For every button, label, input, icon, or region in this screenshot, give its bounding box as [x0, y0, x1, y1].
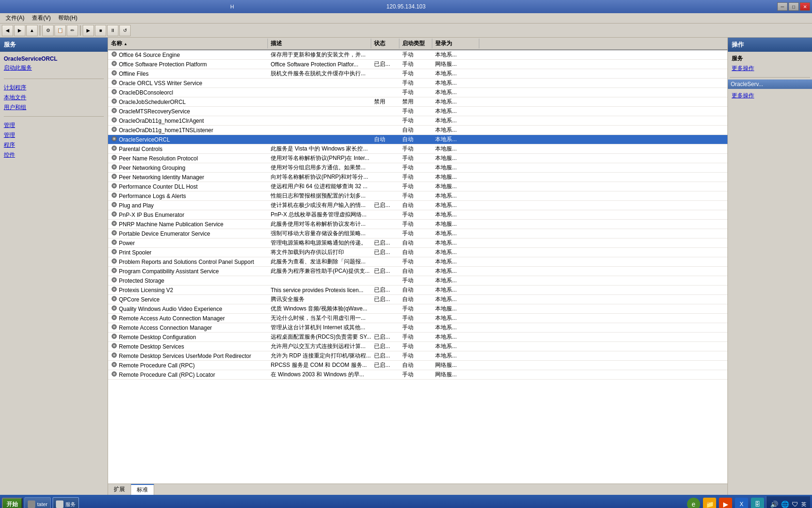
title-bar: H 120.95.134.103 ─ □ ✕ — [0, 0, 812, 13]
taskbar-media-icon[interactable]: ▶ — [719, 498, 732, 508]
sidebar-controls[interactable]: 控件 — [4, 150, 104, 160]
table-row[interactable]: Parental Controls此服务是 Vista 中的 Windows 家… — [108, 144, 727, 154]
minimize-button[interactable]: ─ — [777, 2, 788, 11]
table-body[interactable]: Office 64 Source Engine保存用于更新和修复的安装文件，并.… — [108, 50, 727, 484]
toolbar-stop[interactable]: ■ — [95, 25, 106, 36]
taskbar-db-icon[interactable]: 🗄 — [751, 498, 764, 508]
service-name-cell: Problem Reports and Solutions Control Pa… — [108, 257, 268, 266]
table-row[interactable]: Performance Logs & Alerts性能日志和警报根据预配置的计划… — [108, 191, 727, 201]
service-login-cell: 本地系... — [432, 97, 479, 106]
service-name-cell: Remote Desktop Services UserMode Port Re… — [108, 351, 268, 360]
sidebar-nav-users[interactable]: 用户和组 — [4, 103, 104, 112]
service-startup-cell: 自动 — [399, 361, 432, 370]
service-name-cell: Print Spooler — [108, 248, 268, 257]
tray-icon-1[interactable]: 🔊 — [770, 500, 778, 508]
table-row[interactable]: Performance Counter DLL Host使远程用户和 64 位进… — [108, 182, 727, 191]
table-row[interactable]: Oracle ORCL VSS Writer Service手动本地系... — [108, 79, 727, 88]
table-row[interactable]: Remote Procedure Call (RPC)RPCSS 服务是 COM… — [108, 361, 727, 370]
table-row[interactable]: Office Software Protection PlatformOffic… — [108, 60, 727, 69]
toolbar-back[interactable]: ◀ — [2, 25, 13, 36]
service-login-cell: 本地系... — [432, 257, 479, 266]
service-login-cell: 本地系... — [432, 88, 479, 97]
tray-icon-2[interactable]: 🌐 — [781, 500, 789, 508]
actions-service-more-link[interactable]: 更多操作 — [730, 91, 810, 101]
service-status-cell — [371, 83, 399, 84]
start-button[interactable]: 开始 — [2, 498, 23, 508]
svg-point-11 — [113, 100, 115, 102]
sidebar-nav-files[interactable]: 本地文件 — [4, 93, 104, 103]
table-row[interactable]: Remote Desktop Configuration远程桌面配置服务(RDC… — [108, 333, 727, 342]
sidebar-start-service-link[interactable]: 启动此服务 — [4, 64, 104, 72]
table-row[interactable]: OracleOraDb11g_home1ClrAgent手动本地系... — [108, 116, 727, 126]
tab-standard[interactable]: 标准 — [131, 484, 154, 495]
toolbar-play[interactable]: ▶ — [83, 25, 94, 36]
table-row[interactable]: Program Compatibility Assistant Service此… — [108, 267, 727, 276]
table-row[interactable]: Peer Networking Grouping使用对等分组启用多方通信。如果禁… — [108, 163, 727, 173]
table-row[interactable]: Print Spooler将文件加载到内存供以后打印已启...自动本地系... — [108, 248, 727, 257]
service-desc-cell: 脱机文件服务在脱机文件缓存中执行... — [268, 69, 371, 78]
sidebar-manage2[interactable]: 管理 — [4, 130, 104, 140]
actions-more-link[interactable]: 更多操作 — [730, 64, 810, 73]
table-row[interactable]: PNRP Machine Name Publication Service此服务… — [108, 220, 727, 229]
table-row[interactable]: OracleDBConsoleorcl手动本地系... — [108, 88, 727, 97]
col-header-login[interactable]: 登录为 — [432, 39, 479, 48]
menu-file[interactable]: 文件(A) — [2, 13, 28, 23]
service-startup-cell: 禁用 — [399, 97, 432, 106]
services-area: 名称 ▲ 描述 状态 启动类型 登录为 Office 64 Source Eng — [108, 38, 727, 484]
taskbar-excel-icon[interactable]: X — [735, 498, 748, 508]
taskbar-btn-tater[interactable]: tater — [24, 497, 51, 508]
table-row[interactable]: Remote Desktop Services UserMode Port Re… — [108, 351, 727, 361]
sidebar-manage[interactable]: 管理 — [4, 120, 104, 130]
service-startup-cell: 手动 — [399, 370, 432, 379]
table-row[interactable]: Peer Networking Identity Manager向对等名称解析协… — [108, 173, 727, 182]
table-row[interactable]: OracleServiceORCL自动自动本地系... — [108, 135, 727, 144]
col-header-desc[interactable]: 描述 — [268, 39, 371, 48]
actions-panel: 操作 服务 更多操作 OracleServ... 更多操作 — [727, 38, 812, 495]
table-row[interactable]: Offline Files脱机文件服务在脱机文件缓存中执行...手动本地系... — [108, 69, 727, 79]
toolbar-btn4[interactable]: ✏ — [67, 25, 78, 36]
service-status-cell — [371, 167, 399, 168]
table-row[interactable]: OracleOraDb11g_home1TNSListener自动本地系... — [108, 126, 727, 135]
table-row[interactable]: Problem Reports and Solutions Control Pa… — [108, 257, 727, 267]
taskbar-ie-icon[interactable]: e — [687, 498, 700, 508]
right-panel: 名称 ▲ 描述 状态 启动类型 登录为 Office 64 Source Eng — [108, 38, 727, 495]
sidebar-nav-scheduler[interactable]: 计划程序 — [4, 83, 104, 93]
taskbar-btn-services[interactable]: 服务 — [53, 497, 79, 508]
col-header-status[interactable]: 状态 — [371, 39, 399, 48]
service-name-cell: Oracle ORCL VSS Writer Service — [108, 79, 268, 87]
restore-button[interactable]: □ — [789, 2, 799, 11]
toolbar-btn2[interactable]: ⚙ — [42, 25, 54, 36]
table-row[interactable]: Quality Windows Audio Video Experience优质… — [108, 304, 727, 314]
sidebar-programs[interactable]: 程序 — [4, 140, 104, 150]
col-header-name[interactable]: 名称 ▲ — [108, 39, 268, 48]
service-startup-cell: 手动 — [399, 351, 432, 360]
table-row[interactable]: Portable Device Enumerator Service强制可移动大… — [108, 229, 727, 238]
table-row[interactable]: Plug and Play使计算机在极少或没有用户输入的情...已启...自动本… — [108, 201, 727, 210]
table-row[interactable]: OracleJobSchedulerORCL禁用禁用本地系... — [108, 97, 727, 107]
tray-icon-3[interactable]: 🛡 — [792, 500, 798, 508]
menu-help[interactable]: 帮助(H) — [55, 13, 81, 23]
table-row[interactable]: Protexis Licensing V2This service provid… — [108, 286, 727, 295]
table-row[interactable]: Remote Access Auto Connection Manager无论什… — [108, 314, 727, 323]
col-header-startup[interactable]: 启动类型 — [399, 39, 432, 48]
table-row[interactable]: OracleMTSRecoveryService手动本地系... — [108, 107, 727, 116]
table-row[interactable]: Protected Storage手动本地系... — [108, 276, 727, 286]
toolbar-pause[interactable]: ⏸ — [107, 25, 118, 36]
table-row[interactable]: Remote Procedure Call (RPC) Locator在 Win… — [108, 370, 727, 380]
close-button[interactable]: ✕ — [800, 2, 810, 11]
taskbar-folder-icon[interactable]: 📁 — [703, 498, 716, 508]
tab-expand[interactable]: 扩展 — [108, 484, 131, 495]
menu-view[interactable]: 查看(V) — [28, 13, 55, 23]
toolbar-forward[interactable]: ▶ — [14, 25, 25, 36]
table-row[interactable]: Remote Desktop Services允许用户以交互方式连接到远程计算.… — [108, 342, 727, 351]
toolbar-up[interactable]: ▲ — [26, 25, 38, 36]
service-startup-cell: 自动 — [399, 238, 432, 247]
table-row[interactable]: Office 64 Source Engine保存用于更新和修复的安装文件，并.… — [108, 50, 727, 60]
table-row[interactable]: QPCore Service腾讯安全服务已启...自动本地系... — [108, 295, 727, 304]
table-row[interactable]: Peer Name Resolution Protocol使用对等名称解析协议(… — [108, 154, 727, 163]
toolbar-btn3[interactable]: 📋 — [55, 25, 66, 36]
table-row[interactable]: Power管理电源策略和电源策略通知的传递。已启...自动本地系... — [108, 238, 727, 248]
table-row[interactable]: Remote Access Connection Manager管理从这台计算机… — [108, 323, 727, 333]
toolbar-restart[interactable]: ↺ — [119, 25, 131, 36]
table-row[interactable]: PnP-X IP Bus EnumeratorPnP-X 总线枚举器服务管理虚拟… — [108, 210, 727, 220]
